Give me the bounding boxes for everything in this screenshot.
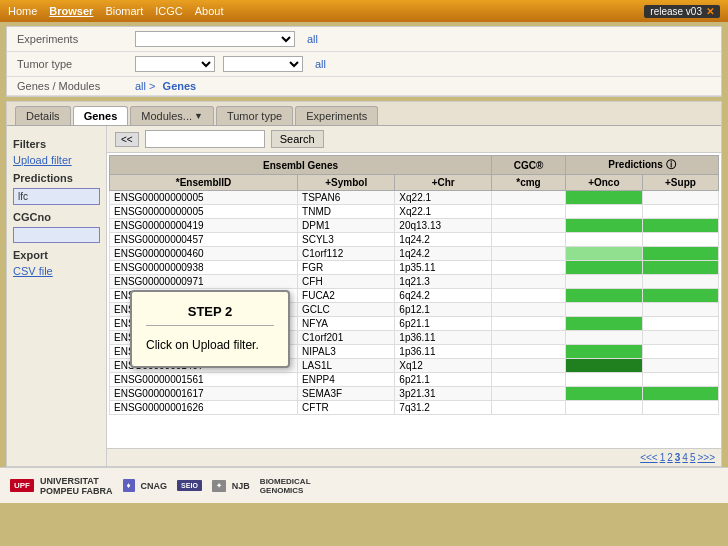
tab-genes[interactable]: Genes (73, 106, 129, 125)
breadcrumb-genes[interactable]: Genes (163, 80, 197, 92)
table-row[interactable]: ENSG00000000971CFH1q21.3 (110, 275, 719, 289)
col-cmg[interactable]: *cmg (492, 175, 566, 191)
nav-prev-button[interactable]: << (115, 132, 139, 147)
table-row[interactable]: ENSG00000000938FGR1p35.11 (110, 261, 719, 275)
cell-chr: 6q24.2 (395, 289, 492, 303)
page-prev[interactable]: <<< (640, 452, 658, 463)
cell-cmg (492, 275, 566, 289)
table-row[interactable]: ENSG00000000005TNMDXq22.1 (110, 205, 719, 219)
pagination: <<< 1 2 3 4 5 >>> (107, 448, 721, 466)
cell-chr: 6p12.1 (395, 303, 492, 317)
cell-cmg (492, 317, 566, 331)
cell-supp (642, 289, 718, 303)
nav-biomart[interactable]: Biomart (105, 5, 143, 17)
cell-chr: 1q24.2 (395, 247, 492, 261)
step-desc: Click on Upload filter. (146, 336, 274, 354)
cell-supp (642, 359, 718, 373)
cell-onco (565, 373, 642, 387)
footer-logo-njb: ✦ NJB (212, 480, 250, 492)
breadcrumb-row: Genes / Modules all > Genes (7, 77, 721, 96)
col-symbol[interactable]: +Symbol (298, 175, 395, 191)
upload-filter-link[interactable]: Upload filter (13, 154, 100, 166)
footer-logo-seio: SEIO (177, 480, 202, 491)
cgc-box (13, 227, 100, 243)
page-next[interactable]: >>> (697, 452, 715, 463)
predictions-box: lfc (13, 188, 100, 205)
step-title: STEP 2 (146, 304, 274, 326)
col-ensemblid[interactable]: *EnsemblID (110, 175, 298, 191)
col-chr[interactable]: +Chr (395, 175, 492, 191)
tumor-type-all-link[interactable]: all (315, 58, 326, 70)
export-section-title: Export (13, 249, 100, 261)
cell-onco (565, 205, 642, 219)
tab-modules[interactable]: Modules... ▼ (130, 106, 214, 125)
cell-cmg (492, 205, 566, 219)
cell-chr: Xq22.1 (395, 205, 492, 219)
breadcrumb-sep: > (149, 80, 155, 92)
tab-tumor-type[interactable]: Tumor type (216, 106, 293, 125)
cell-symbol: SEMA3F (298, 387, 395, 401)
cell-cmg (492, 345, 566, 359)
experiments-all-link[interactable]: all (307, 33, 318, 45)
cell-chr: 1p36.11 (395, 331, 492, 345)
breadcrumb-all[interactable]: all (135, 80, 146, 92)
table-row[interactable]: ENSG00000001617SEMA3F3p21.31 (110, 387, 719, 401)
cell-chr: 6p21.1 (395, 373, 492, 387)
cell-supp (642, 261, 718, 275)
cell-ensemblid: ENSG00000001617 (110, 387, 298, 401)
tumor-type-select[interactable] (135, 56, 215, 72)
cell-symbol: SCYL3 (298, 233, 395, 247)
experiments-select[interactable] (135, 31, 295, 47)
table-row[interactable]: ENSG00000001626CFTR7q31.2 (110, 401, 719, 415)
tumor-type-select2[interactable] (223, 56, 303, 72)
cell-supp (642, 303, 718, 317)
njb-logo: ✦ (212, 480, 226, 492)
cell-cmg (492, 289, 566, 303)
table-row[interactable]: ENSG00000000457SCYL31q24.2 (110, 233, 719, 247)
cell-ensemblid: ENSG00000001626 (110, 401, 298, 415)
cnag-text: CNAG (141, 481, 168, 491)
cell-ensemblid: ENSG00000000005 (110, 191, 298, 205)
experiments-filter-row: Experiments all (7, 27, 721, 52)
cell-onco (565, 303, 642, 317)
col-onco[interactable]: +Onco (565, 175, 642, 191)
tabs-row: Details Genes Modules... ▼ Tumor type Ex… (7, 102, 721, 126)
page-5[interactable]: 5 (690, 452, 696, 463)
search-input[interactable] (145, 130, 265, 148)
col-supp[interactable]: +Supp (642, 175, 718, 191)
page-2[interactable]: 2 (667, 452, 673, 463)
csv-file-link[interactable]: CSV file (13, 265, 100, 277)
cell-chr: 20q13.13 (395, 219, 492, 233)
cell-symbol: ENPP4 (298, 373, 395, 387)
table-row[interactable]: ENSG00000000419DPM120q13.13 (110, 219, 719, 233)
cell-supp (642, 247, 718, 261)
page-3[interactable]: 3 (675, 452, 681, 463)
cell-supp (642, 233, 718, 247)
group-header-ensembl: Ensembl Genes (110, 156, 492, 175)
tab-experiments[interactable]: Experiments (295, 106, 378, 125)
table-row[interactable]: ENSG00000001561ENPP46p21.1 (110, 373, 719, 387)
njb-text: NJB (232, 481, 250, 491)
cell-onco (565, 261, 642, 275)
seio-logo: SEIO (177, 480, 202, 491)
page-1[interactable]: 1 (660, 452, 666, 463)
cell-chr: 7q31.2 (395, 401, 492, 415)
cell-cmg (492, 219, 566, 233)
cell-cmg (492, 401, 566, 415)
nav-browser[interactable]: Browser (49, 5, 93, 17)
table-row[interactable]: ENSG00000000005TSPAN6Xq22.1 (110, 191, 719, 205)
nav-home[interactable]: Home (8, 5, 37, 17)
nav-icgc[interactable]: ICGC (155, 5, 183, 17)
table-row[interactable]: ENSG00000000460C1orf1121q24.2 (110, 247, 719, 261)
search-button[interactable]: Search (271, 130, 324, 148)
cell-symbol: CFH (298, 275, 395, 289)
nav-about[interactable]: About (195, 5, 224, 17)
footer-logo-upf: UPF UNIVERSITATPOMPEU FABRA (10, 476, 113, 496)
footer-logo-cnag: ♦ CNAG (123, 479, 168, 492)
close-icon[interactable]: ✕ (706, 6, 714, 17)
cell-ensemblid: ENSG00000000938 (110, 261, 298, 275)
cell-chr: 1p36.11 (395, 345, 492, 359)
page-4[interactable]: 4 (682, 452, 688, 463)
biomedical-text: BIOMEDICALGENOMICS (260, 477, 311, 495)
tab-details[interactable]: Details (15, 106, 71, 125)
